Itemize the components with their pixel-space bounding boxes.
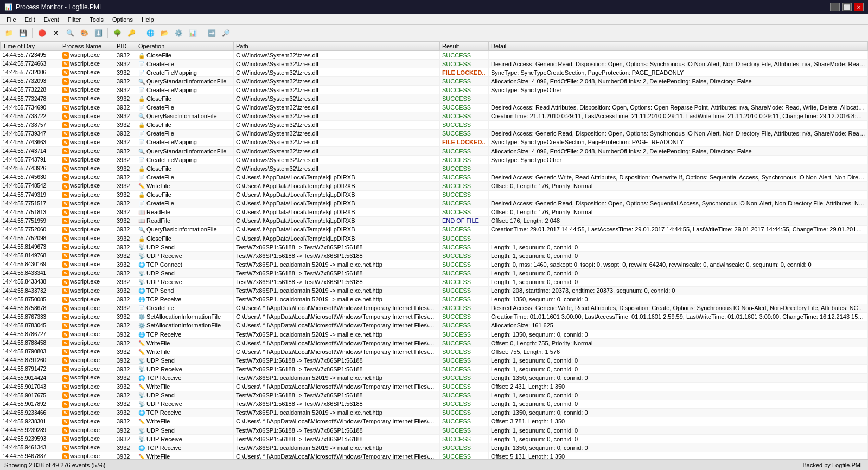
table-row[interactable]: 14:44:55.7724663 Wwscript.exe 3932 📄 Cre…	[1, 60, 868, 68]
cell-pid: 3932	[114, 60, 136, 68]
table-row[interactable]: 14:44:55.9239593 Wwscript.exe 3932 📡 UDP…	[1, 435, 868, 443]
cell-detail	[489, 51, 868, 60]
toolbar-highlight[interactable]: 🎨	[78, 27, 91, 40]
menu-edit[interactable]: Edit	[21, 16, 40, 23]
table-row[interactable]: 14:44:55.7739347 Wwscript.exe 3932 📄 Cre…	[1, 129, 868, 138]
table-row[interactable]: 14:44:55.9467887 Wwscript.exe 3932 ✏️ Wr…	[1, 452, 868, 459]
table-row[interactable]: 14:44:55.7751517 Wwscript.exe 3932 📄 Cre…	[1, 199, 868, 208]
table-row[interactable]: 14:44:55.7743714 Wwscript.exe 3932 🔍 Que…	[1, 147, 868, 156]
table-row[interactable]: 14:44:55.7743926 Wwscript.exe 3932 🔒 Clo…	[1, 164, 868, 173]
toolbar-open[interactable]: 📁	[2, 27, 15, 40]
toolbar-process-tree[interactable]: 🌳	[111, 27, 124, 40]
col-header-operation[interactable]: Operation	[136, 42, 234, 51]
table-row[interactable]: 14:44:55.9017675 Wwscript.exe 3932 📡 UDP…	[1, 391, 868, 400]
menu-file[interactable]: File	[2, 16, 21, 23]
cell-detail: Length: 1, sequnum: 0, connid: 0	[489, 252, 868, 260]
col-header-pid[interactable]: PID	[114, 42, 136, 51]
cell-detail	[489, 120, 868, 129]
table-row[interactable]: 14:44:55.8767333 Wwscript.exe 3932 ⚙️ Se…	[1, 312, 868, 321]
table-row[interactable]: 14:44:55.7732006 Wwscript.exe 3932 📄 Cre…	[1, 68, 868, 77]
table-row[interactable]: 14:44:55.8786727 Wwscript.exe 3932 🌐 TCP…	[1, 330, 868, 339]
cell-result: SUCCESS	[440, 182, 489, 190]
table-row[interactable]: 14:44:55.7752098 Wwscript.exe 3932 🔒 Clo…	[1, 234, 868, 242]
toolbar-clear[interactable]: ✕	[49, 27, 62, 40]
cell-detail: AllocationSize: 161 625	[489, 321, 868, 330]
table-row[interactable]: 14:44:55.8783045 Wwscript.exe 3932 ⚙️ Se…	[1, 321, 868, 330]
cell-result: SUCCESS	[440, 339, 489, 347]
status-bar: Showing 2 838 of 49 276 events (5.%) Bac…	[0, 459, 868, 470]
col-header-path[interactable]: Path	[234, 42, 440, 51]
table-row[interactable]: 14:44:55.7732228 Wwscript.exe 3932 📄 Cre…	[1, 86, 868, 94]
table-row[interactable]: 14:44:55.8433438 Wwscript.exe 3932 📡 UDP…	[1, 278, 868, 286]
close-button[interactable]: ✕	[854, 3, 864, 11]
col-header-detail[interactable]: Detail	[489, 42, 868, 51]
table-row[interactable]: 14:44:55.7748542 Wwscript.exe 3932 ✏️ Wr…	[1, 182, 868, 190]
cell-operation: ⚙️ SetAllocationInformationFile	[136, 312, 234, 321]
table-row[interactable]: 14:44:55.9239289 Wwscript.exe 3932 📡 UDP…	[1, 426, 868, 435]
table-row[interactable]: 14:44:55.7745630 Wwscript.exe 3932 📄 Cre…	[1, 173, 868, 182]
table-row[interactable]: 14:44:55.7734690 Wwscript.exe 3932 📄 Cre…	[1, 103, 868, 112]
minimize-button[interactable]: _	[830, 3, 840, 11]
toolbar-capture[interactable]: 🔴	[35, 27, 48, 40]
toolbar-filesystem[interactable]: 📂	[158, 27, 171, 40]
table-row[interactable]: 14:44:55.8750085 Wwscript.exe 3932 🌐 TCP…	[1, 295, 868, 304]
table-row[interactable]: 14:44:55.9238301 Wwscript.exe 3932 ✏️ Wr…	[1, 417, 868, 426]
table-row[interactable]: 14:44:55.7723495 Wwscript.exe 3932 🔒 Clo…	[1, 51, 868, 60]
cell-detail	[489, 190, 868, 199]
toolbar-save[interactable]: 💾	[16, 27, 29, 40]
menu-event[interactable]: Event	[40, 16, 63, 23]
col-header-process[interactable]: Process Name	[60, 42, 114, 51]
toolbar: 📁 💾 🔴 ✕ 🔍 🎨 ⬇️ 🌳 🔑 🌐 📂 ⚙️ 📊 ➡️ 🔎	[0, 25, 868, 41]
cell-pid: 3932	[114, 252, 136, 260]
menu-tools[interactable]: Tools	[85, 16, 108, 23]
toolbar-jump-to[interactable]: ➡️	[205, 27, 218, 40]
table-row[interactable]: 14:44:55.9233466 Wwscript.exe 3932 🌐 TCP…	[1, 408, 868, 417]
cell-result: SUCCESS	[440, 400, 489, 408]
table-row[interactable]: 14:44:55.8791260 Wwscript.exe 3932 📡 UDP…	[1, 356, 868, 365]
table-row[interactable]: 14:44:55.9017892 Wwscript.exe 3932 📡 UDP…	[1, 400, 868, 408]
table-row[interactable]: 14:44:55.8430169 Wwscript.exe 3932 🌐 TCP…	[1, 260, 868, 269]
cell-process: Wwscript.exe	[60, 156, 114, 164]
table-row[interactable]: 14:44:55.9461343 Wwscript.exe 3932 🌐 TCP…	[1, 443, 868, 452]
table-row[interactable]: 14:44:55.7732478 Wwscript.exe 3932 🔒 Clo…	[1, 94, 868, 103]
toolbar-network[interactable]: 🌐	[144, 27, 157, 40]
main-content: Time of Day Process Name PID Operation P…	[0, 41, 868, 459]
table-row[interactable]: 14:44:55.7749319 Wwscript.exe 3932 🔒 Clo…	[1, 190, 868, 199]
cell-result: SUCCESS	[440, 374, 489, 382]
toolbar-filter[interactable]: 🔍	[63, 27, 76, 40]
restore-button[interactable]: ⬜	[842, 3, 852, 11]
table-row[interactable]: 14:44:55.9017043 Wwscript.exe 3932 ✏️ Wr…	[1, 382, 868, 391]
cell-path: C:\Users\ l\AppData\Local\Temp\ekjLpDIRX…	[234, 208, 440, 216]
menu-options[interactable]: Options	[108, 16, 137, 23]
table-row[interactable]: 14:44:55.7751813 Wwscript.exe 3932 📖 Rea…	[1, 208, 868, 216]
table-row[interactable]: 14:44:55.8149768 Wwscript.exe 3932 📡 UDP…	[1, 252, 868, 260]
table-row[interactable]: 14:44:55.7732093 Wwscript.exe 3932 🔍 Que…	[1, 77, 868, 86]
table-row[interactable]: 14:44:55.8433732 Wwscript.exe 3932 🌐 TCP…	[1, 286, 868, 295]
table-row[interactable]: 14:44:55.7751959 Wwscript.exe 3932 📖 Rea…	[1, 216, 868, 225]
cell-pid: 3932	[114, 156, 136, 164]
menu-help[interactable]: Help	[137, 16, 158, 23]
toolbar-autoscroll[interactable]: ⬇️	[92, 27, 105, 40]
table-row[interactable]: 14:44:55.8790803 Wwscript.exe 3932 ✏️ Wr…	[1, 347, 868, 356]
table-row[interactable]: 14:44:55.7752060 Wwscript.exe 3932 🔍 Que…	[1, 225, 868, 234]
app-icon: 📊	[4, 3, 12, 11]
table-row[interactable]: 14:44:55.8433341 Wwscript.exe 3932 📡 UDP…	[1, 269, 868, 278]
table-row[interactable]: 14:44:55.7738722 Wwscript.exe 3932 🔍 Que…	[1, 112, 868, 120]
event-table-container[interactable]: Time of Day Process Name PID Operation P…	[0, 41, 868, 459]
table-row[interactable]: 14:44:55.8149673 Wwscript.exe 3932 📡 UDP…	[1, 243, 868, 252]
col-header-result[interactable]: Result	[440, 42, 489, 51]
toolbar-process[interactable]: ⚙️	[172, 27, 185, 40]
toolbar-registry[interactable]: 🔑	[125, 27, 138, 40]
table-row[interactable]: 14:44:55.7743663 Wwscript.exe 3932 📄 Cre…	[1, 138, 868, 146]
table-row[interactable]: 14:44:55.8791472 Wwscript.exe 3932 📡 UDP…	[1, 365, 868, 374]
cell-result: SUCCESS	[440, 312, 489, 321]
table-row[interactable]: 14:44:55.9014424 Wwscript.exe 3932 🌐 TCP…	[1, 374, 868, 382]
toolbar-profiling[interactable]: 📊	[186, 27, 199, 40]
table-row[interactable]: 14:44:55.7738757 Wwscript.exe 3932 🔒 Clo…	[1, 120, 868, 129]
table-row[interactable]: 14:44:55.8788458 Wwscript.exe 3932 ✏️ Wr…	[1, 339, 868, 347]
toolbar-find[interactable]: 🔎	[219, 27, 232, 40]
col-header-time[interactable]: Time of Day	[1, 42, 60, 51]
table-row[interactable]: 14:44:55.7743791 Wwscript.exe 3932 📄 Cre…	[1, 156, 868, 164]
menu-filter[interactable]: Filter	[63, 16, 85, 23]
table-row[interactable]: 14:44:55.8758678 Wwscript.exe 3932 📄 Cre…	[1, 304, 868, 312]
